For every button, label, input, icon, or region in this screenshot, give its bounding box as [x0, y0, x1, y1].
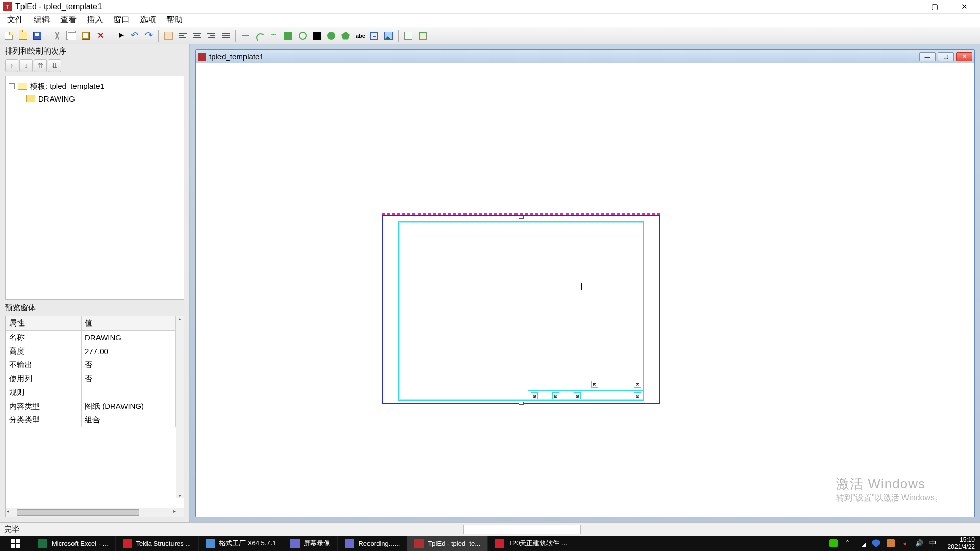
align-center-icon	[193, 32, 201, 40]
object-field1-button[interactable]	[402, 29, 415, 42]
copy-button[interactable]	[65, 29, 78, 42]
tree-toggle-icon[interactable]: −	[9, 83, 15, 89]
filled-rect-button[interactable]	[310, 29, 324, 42]
open-button[interactable]	[16, 29, 30, 42]
tree-root[interactable]: − 模板: tpled_template1	[9, 80, 181, 92]
align-justify-icon	[222, 32, 230, 40]
property-row[interactable]: 高度277.00	[6, 344, 176, 358]
taskbar-item[interactable]: TplEd - tpled_te...	[407, 536, 487, 551]
align-left-button[interactable]	[176, 29, 189, 42]
curve-button[interactable]	[267, 29, 281, 42]
mdi-titlebar[interactable]: tpled_template1 ― ▢ ✕	[196, 50, 974, 63]
move-top-button[interactable]: ⇈	[34, 59, 47, 72]
maximize-button[interactable]: ▢	[920, 1, 949, 13]
new-button[interactable]	[2, 29, 15, 42]
tb-field[interactable]: ⊠	[552, 392, 559, 399]
filled-circle-button[interactable]	[325, 29, 338, 42]
redo-button[interactable]: ↷	[142, 29, 155, 42]
menu-insert[interactable]: 插入	[82, 13, 108, 27]
separator	[235, 30, 236, 42]
rect-button[interactable]	[282, 29, 295, 42]
network-icon[interactable]	[858, 539, 866, 547]
circle-icon	[299, 32, 307, 40]
align-justify-button[interactable]	[219, 29, 232, 42]
move-down-button[interactable]: ↓	[19, 59, 33, 72]
tray-up-icon[interactable]: ˄	[844, 539, 852, 547]
tray-icon[interactable]: ◂	[901, 539, 909, 547]
tree-child[interactable]: DRAWING	[9, 92, 181, 105]
properties-panel: 属性 值 名称DRAWING高度277.00不输出否使用列否规则内容类型图纸 (…	[5, 316, 184, 517]
tray-icon[interactable]	[887, 539, 895, 547]
tb-field[interactable]: ⊠	[574, 392, 581, 399]
property-row[interactable]: 使用列否	[6, 372, 176, 386]
property-row[interactable]: 名称DRAWING	[6, 331, 176, 345]
text-button[interactable]: abc	[353, 29, 366, 42]
property-row[interactable]: 分类类型组合	[6, 413, 176, 427]
tree-root-label: 模板: tpled_template1	[30, 82, 104, 91]
select-button[interactable]	[113, 29, 127, 42]
delete-button[interactable]: ✕	[93, 29, 107, 42]
menu-help[interactable]: 帮助	[161, 13, 188, 27]
paste-button[interactable]	[79, 29, 92, 42]
scrollbar-thumb[interactable]	[17, 509, 139, 516]
picture-button[interactable]	[382, 29, 395, 42]
align-center-button[interactable]	[190, 29, 204, 42]
property-row[interactable]: 规则	[6, 386, 176, 399]
menu-file[interactable]: 文件	[2, 13, 29, 27]
mdi-close-button[interactable]: ✕	[956, 52, 972, 61]
tb-field[interactable]: ⊠	[531, 392, 538, 399]
taskbar-clock[interactable]: 15:10 2021/4/22	[943, 536, 975, 550]
props-vertical-scrollbar[interactable]	[176, 316, 184, 498]
line-button[interactable]	[239, 29, 252, 42]
taskbar-item[interactable]: Microsoft Excel - ...	[31, 536, 115, 551]
align-right-icon	[207, 32, 215, 40]
field-button[interactable]	[368, 29, 381, 42]
volume-icon[interactable]: 🔊	[915, 539, 923, 547]
wechat-icon[interactable]	[829, 539, 838, 547]
move-bottom-button[interactable]: ⇊	[48, 59, 61, 72]
start-button[interactable]	[0, 536, 31, 551]
mdi-maximize-button[interactable]: ▢	[938, 52, 954, 61]
cut-button[interactable]	[51, 29, 64, 42]
menu-view[interactable]: 查看	[55, 13, 82, 27]
delete-icon: ✕	[96, 32, 104, 40]
resize-handle-top[interactable]	[519, 216, 524, 219]
taskbar-item[interactable]: Recording......	[337, 536, 407, 551]
move-up-button[interactable]: ↑	[5, 59, 18, 72]
menu-window[interactable]: 窗口	[108, 13, 135, 27]
save-button[interactable]	[31, 29, 44, 42]
property-value: 图纸 (DRAWING)	[82, 399, 176, 413]
property-row[interactable]: 不输出否	[6, 358, 176, 372]
title-block[interactable]: ⊠ ⊠ ⊠ ⊠ ⊠ ⊠	[528, 380, 644, 401]
minimize-button[interactable]: ―	[890, 1, 920, 13]
menu-options[interactable]: 选项	[135, 13, 161, 27]
close-button[interactable]: ✕	[949, 1, 979, 13]
taskbar-item-label: Recording......	[358, 540, 400, 547]
ime-indicator[interactable]: 中	[929, 539, 937, 548]
tb-field[interactable]: ⊠	[634, 392, 641, 399]
grid-button[interactable]	[162, 29, 175, 42]
object-field2-button[interactable]	[416, 29, 429, 42]
arc-button[interactable]	[253, 29, 266, 42]
clock-time: 15:10	[948, 536, 975, 543]
mdi-minimize-button[interactable]: ―	[919, 52, 936, 61]
paste-icon	[82, 32, 90, 40]
align-right-button[interactable]	[205, 29, 218, 42]
undo-button[interactable]: ↶	[128, 29, 141, 42]
tb-field[interactable]: ⊠	[634, 381, 641, 388]
drawing-canvas[interactable]: ⊠ ⊠ ⊠ ⊠ ⊠ ⊠ 激活 Windows 转到"设置"以激活 Windows…	[196, 63, 974, 517]
menu-edit[interactable]: 编辑	[29, 13, 55, 27]
resize-handle-bottom[interactable]	[519, 402, 524, 405]
drawing-frame[interactable]: ⊠ ⊠ ⊠ ⊠ ⊠ ⊠	[382, 215, 660, 404]
property-row[interactable]: 内容类型图纸 (DRAWING)	[6, 399, 176, 413]
circle-button[interactable]	[296, 29, 309, 42]
taskbar-item[interactable]: 屏幕录像	[283, 536, 337, 551]
taskbar-item[interactable]: T20天正建筑软件 ...	[487, 536, 574, 551]
tb-field[interactable]: ⊠	[591, 381, 598, 388]
props-horizontal-scrollbar[interactable]	[6, 508, 184, 517]
polygon-button[interactable]	[339, 29, 352, 42]
taskbar-item[interactable]: 格式工厂 X64 5.7.1	[198, 536, 283, 551]
defender-icon[interactable]	[872, 539, 880, 547]
window-title: TplEd - tpled_template1	[15, 2, 890, 11]
taskbar-item[interactable]: Tekla Structures ...	[115, 536, 199, 551]
